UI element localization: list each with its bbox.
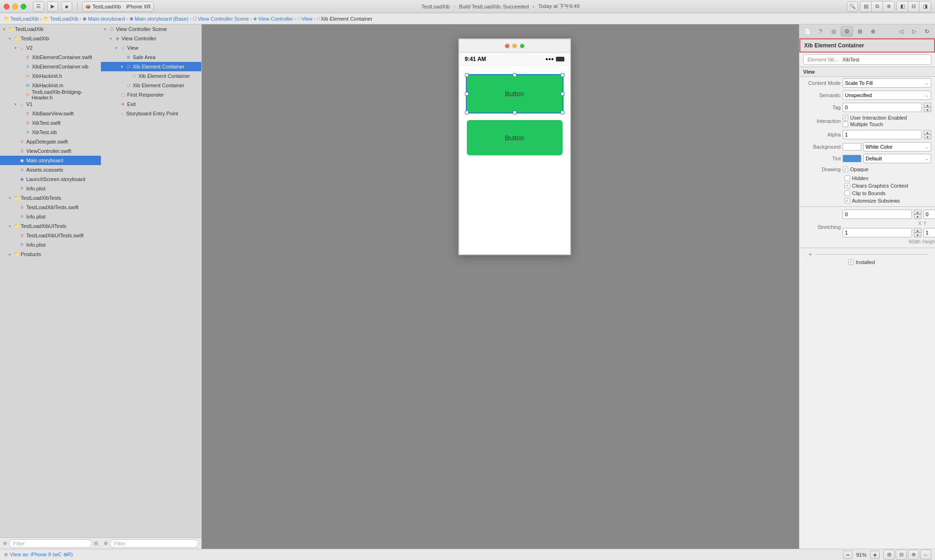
nav-item-tests-group[interactable]: ▾ 📁 TestLoadXibTests: [0, 193, 101, 203]
zoom-in-button[interactable]: +: [870, 551, 880, 559]
breadcrumb-item-2[interactable]: ◉ Main.storyboard: [83, 16, 125, 22]
stretching-width-input[interactable]: [843, 228, 912, 237]
hidden-checkbox[interactable]: [844, 175, 850, 181]
scene-item-view-controller-scene[interactable]: ▾ ⬡ View Controller Scene: [101, 24, 201, 34]
scene-item-xib-container-child[interactable]: □ Xib Element Container: [101, 71, 201, 81]
breadcrumb-item-7[interactable]: □ Xib Element Container: [317, 16, 372, 22]
inspector-refresh-button[interactable]: ↻: [921, 26, 933, 37]
multiple-touch-checkbox[interactable]: [843, 121, 848, 127]
nav-item-xibelementcontainer-swift[interactable]: S XibElementContainer.swift: [0, 53, 101, 62]
handle-bottom-left[interactable]: [465, 111, 469, 114]
nav-item-root-project[interactable]: ▾ 📁 TestLoadXib: [0, 24, 101, 34]
nav-item-uitests-plist[interactable]: P Info.plist: [0, 240, 101, 250]
content-mode-select[interactable]: Scale To Fill ⌄: [843, 78, 931, 88]
nav-item-tests-plist[interactable]: P Info.plist: [0, 212, 101, 221]
breadcrumb-item-4[interactable]: ⬡ View Controller Scene: [193, 16, 249, 22]
autoresize-checkbox[interactable]: ✓: [844, 198, 850, 204]
canvas-btn-3[interactable]: ⊕: [908, 550, 919, 560]
canvas-btn-1[interactable]: ⊞: [883, 550, 895, 560]
stretching-x-down[interactable]: ▼: [914, 214, 921, 219]
background-select[interactable]: White Color ⌄: [863, 142, 931, 151]
stretching-x-up[interactable]: ▲: [914, 210, 921, 214]
tab-identity[interactable]: ◎: [828, 26, 840, 37]
scene-filter-input[interactable]: Filter: [110, 539, 198, 548]
run-button[interactable]: ▶: [47, 1, 58, 12]
stretching-width-up[interactable]: ▲: [914, 228, 921, 233]
handle-top-right[interactable]: [561, 73, 564, 77]
installed-plus-btn[interactable]: +: [807, 251, 813, 257]
green-button-1[interactable]: Button: [467, 75, 563, 113]
sidebar-toggle-button[interactable]: ☰: [33, 1, 44, 12]
standard-editor-button[interactable]: ▤: [860, 1, 872, 12]
nav-item-uitests-group[interactable]: ▾ 📁 TestLoadXibUITests: [0, 221, 101, 231]
stretching-height-input[interactable]: [923, 228, 935, 237]
maximize-button[interactable]: [21, 4, 26, 9]
scene-item-xib-container-2[interactable]: □ Xib Element Container: [101, 81, 201, 90]
nav-item-info-plist[interactable]: P Info.plist: [0, 184, 101, 193]
breadcrumb-item-0[interactable]: 📁 TestLoadXib: [4, 16, 39, 22]
debug-panel-button[interactable]: ⊟: [908, 1, 920, 12]
assistant-editor-button[interactable]: ⧉: [872, 1, 883, 12]
tag-input[interactable]: [843, 103, 922, 112]
nav-item-xibhackinit-h[interactable]: H XibHackinit.h: [0, 71, 101, 81]
alpha-stepper-up[interactable]: ▲: [924, 130, 931, 135]
handle-middle-right[interactable]: [561, 92, 564, 96]
handle-top-middle[interactable]: [513, 73, 517, 77]
clears-graphics-checkbox[interactable]: ✓: [844, 183, 850, 189]
semantic-select[interactable]: Unspecified ⌄: [843, 91, 931, 100]
nav-item-testloadxib[interactable]: ▾ 📁 TestLoadXib: [0, 34, 101, 43]
inspector-next-button[interactable]: ▷: [908, 26, 920, 37]
breadcrumb-item-1[interactable]: 📁 TestLoadXib: [43, 16, 78, 22]
nav-item-v1[interactable]: ▾ ▸ V1: [0, 99, 101, 109]
version-editor-button[interactable]: ⊕: [883, 1, 894, 12]
tint-color-swatch[interactable]: [843, 155, 861, 162]
handle-middle-left[interactable]: [465, 92, 469, 96]
breadcrumb-item-6[interactable]: □ View: [297, 16, 312, 22]
scheme-selector[interactable]: 📦 TestLoadXib › iPhone XR: [82, 1, 154, 12]
scene-item-exit[interactable]: ⊗ Exit: [101, 99, 201, 109]
alpha-input[interactable]: [843, 130, 922, 139]
scene-item-xib-container-selected[interactable]: ▾ □ Xib Element Container: [101, 62, 201, 71]
nav-item-xibhackinit-m[interactable]: M XibHackinit.m: [0, 81, 101, 90]
stretching-y-input[interactable]: [923, 210, 935, 219]
tab-quickhelp[interactable]: ?: [814, 26, 827, 37]
scene-item-first-responder[interactable]: ◯ First Responder: [101, 90, 201, 99]
stretching-width-down[interactable]: ▼: [914, 233, 921, 237]
inspector-panel-button[interactable]: ◨: [920, 1, 931, 12]
breadcrumb-item-5[interactable]: ◈ View Controller: [253, 16, 293, 22]
canvas-btn-2[interactable]: ⊟: [896, 550, 907, 560]
window-zoom-dot[interactable]: [520, 44, 525, 48]
nav-item-bridging-header[interactable]: H TestLoadXib-Bridging-Header.h: [0, 90, 101, 99]
minimize-button[interactable]: [12, 4, 18, 9]
handle-bottom-middle[interactable]: [513, 111, 517, 114]
inspector-prev-button[interactable]: ◁: [895, 26, 907, 37]
alpha-stepper-down[interactable]: ▼: [924, 135, 931, 139]
scene-item-storyboard-entry-point[interactable]: → Storyboard Entry Point: [101, 109, 201, 118]
tab-connections[interactable]: ⊕: [867, 26, 879, 37]
stretching-x-input[interactable]: [843, 210, 912, 219]
filter-input[interactable]: Filter: [9, 539, 92, 548]
tag-stepper-down[interactable]: ▼: [924, 107, 931, 112]
clip-bounds-checkbox[interactable]: [844, 190, 850, 196]
breadcrumb-item-3[interactable]: ◉ Main.storyboard (Base): [129, 16, 188, 22]
scene-item-view[interactable]: ▾ □ View: [101, 43, 201, 53]
navigator-panel-button[interactable]: ◧: [897, 1, 908, 12]
nav-item-xibbaseview-swift[interactable]: S XibBaseView.swift: [0, 109, 101, 118]
nav-item-xibtest-xib[interactable]: X XibTest.xib: [0, 128, 101, 137]
nav-item-launchscreen[interactable]: ◉ LaunchScreen.storyboard: [0, 174, 101, 184]
tab-attributes[interactable]: ⚙: [841, 26, 853, 37]
nav-item-main-storyboard[interactable]: ◉ Main.storyboard: [0, 156, 101, 165]
stop-button[interactable]: ■: [61, 1, 72, 12]
nav-item-assets[interactable]: A Assets.xcassets: [0, 165, 101, 174]
view-as-text[interactable]: View as: iPhone 8 (wC ⊕R): [10, 552, 73, 558]
opaque-checkbox[interactable]: ✓: [843, 166, 848, 172]
nav-item-v2[interactable]: ▾ ▸ V2: [0, 43, 101, 53]
nav-item-xibtest-swift[interactable]: S XibTest.swift: [0, 118, 101, 128]
nav-item-xibelementcontainer-xib[interactable]: X XibElementContainer.xib: [0, 62, 101, 71]
nav-item-products[interactable]: ▸ 📁 Products: [0, 250, 101, 259]
tab-size[interactable]: ⊞: [854, 26, 866, 37]
handle-bottom-right[interactable]: [561, 111, 564, 114]
background-color-swatch[interactable]: [843, 143, 861, 151]
zoom-out-button[interactable]: −: [843, 551, 852, 559]
tint-select[interactable]: Default ⌄: [863, 154, 931, 163]
